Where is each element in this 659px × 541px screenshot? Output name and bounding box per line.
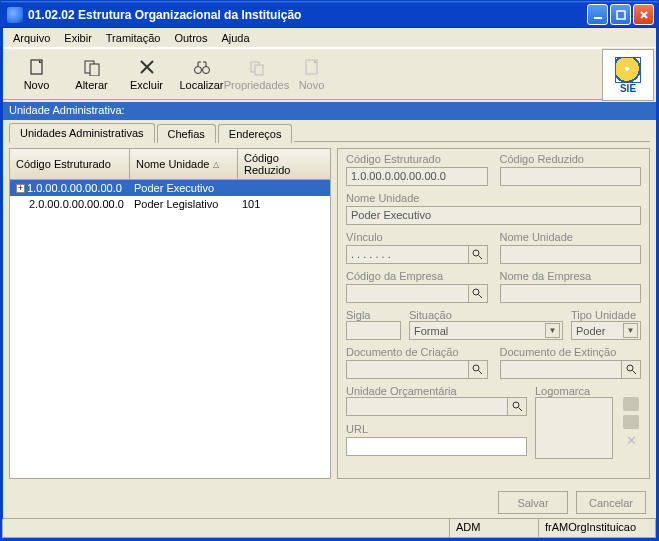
field-codigo-estruturado[interactable]: 1.0.00.0.00.00.00.0 [346, 167, 488, 186]
label-nome-unidade: Nome Unidade [346, 192, 641, 204]
field-unidade-orcamentaria[interactable] [346, 397, 508, 416]
col-codigo-reduzido[interactable]: Código Reduzido [238, 149, 330, 179]
search-icon [626, 364, 637, 375]
menu-tramitacao[interactable]: Tramitação [100, 30, 167, 46]
svg-point-6 [202, 67, 209, 74]
field-nome-unidade2[interactable] [500, 245, 642, 264]
toolbar-novo[interactable]: Novo [9, 50, 64, 98]
label-doc-extincao: Documento de Extinção [500, 346, 642, 358]
svg-point-12 [473, 365, 479, 371]
chevron-down-icon: ▼ [545, 323, 560, 338]
tab-chefias[interactable]: Chefias [157, 124, 216, 143]
lookup-doc-extincao-button[interactable] [621, 360, 641, 379]
svg-point-5 [194, 67, 201, 74]
label-codigo-empresa: Código da Empresa [346, 270, 488, 282]
svg-rect-1 [617, 11, 625, 19]
label-doc-criacao: Documento de Criação [346, 346, 488, 358]
col-nome-unidade[interactable]: Nome Unidade△ [130, 149, 238, 179]
svg-rect-8 [255, 65, 263, 75]
field-tipo-unidade[interactable]: Poder ▼ [571, 321, 641, 340]
lookup-empresa-button[interactable] [468, 284, 488, 303]
app-window: 01.02.02 Estrutura Organizacional da Ins… [0, 0, 659, 541]
lookup-doc-criacao-button[interactable] [468, 360, 488, 379]
field-doc-extincao[interactable] [500, 360, 623, 379]
toolbar-excluir[interactable]: Excluir [119, 50, 174, 98]
save-image-icon[interactable] [623, 415, 639, 429]
tabs: Unidades Administrativas Chefias Endereç… [3, 120, 656, 142]
maximize-button[interactable] [610, 4, 631, 25]
search-icon [472, 288, 483, 299]
label-nome-unidade2: Nome Unidade [500, 231, 642, 243]
toolbar-alterar[interactable]: Alterar [64, 50, 119, 98]
statusbar: ADM frAMOrgInstituicao [3, 518, 656, 538]
field-sigla[interactable] [346, 321, 401, 340]
section-header: Unidade Administrativa: [3, 102, 656, 120]
field-situacao[interactable]: Formal ▼ [409, 321, 563, 340]
field-codigo-empresa[interactable] [346, 284, 469, 303]
field-nome-empresa[interactable] [500, 284, 642, 303]
close-button[interactable] [633, 4, 654, 25]
svg-point-14 [513, 402, 519, 408]
open-image-icon[interactable] [623, 397, 639, 411]
label-logomarca: Logomarca [535, 385, 613, 397]
salvar-button[interactable]: Salvar [498, 491, 568, 514]
search-icon [472, 249, 483, 260]
svg-point-11 [473, 289, 479, 295]
field-codigo-reduzido[interactable] [500, 167, 642, 186]
label-codigo-reduzido: Código Reduzido [500, 153, 642, 165]
svg-point-10 [473, 250, 479, 256]
new-icon [302, 57, 322, 77]
logomarca-box [535, 397, 613, 459]
minimize-button[interactable] [587, 4, 608, 25]
label-url: URL [346, 423, 527, 438]
field-url[interactable] [346, 437, 527, 456]
field-nome-unidade[interactable]: Poder Executivo [346, 206, 641, 225]
menu-exibir[interactable]: Exibir [58, 30, 98, 46]
tab-unidades-administrativas[interactable]: Unidades Administrativas [9, 123, 155, 143]
properties-icon [247, 57, 267, 77]
titlebar: 01.02.02 Estrutura Organizacional da Ins… [1, 1, 658, 28]
spiral-icon [615, 57, 641, 83]
menu-arquivo[interactable]: Arquivo [7, 30, 56, 46]
label-sigla: Sigla [346, 309, 401, 321]
toolbar: Novo Alterar Excluir [3, 48, 602, 100]
tree-grid: Código Estruturado Nome Unidade△ Código … [9, 148, 331, 479]
status-user: ADM [449, 519, 539, 538]
grid-row[interactable]: 2.0.00.0.00.00.00.0 Poder Legislativo 10… [10, 196, 330, 212]
lookup-unidade-orcamentaria-button[interactable] [507, 397, 527, 416]
menubar: Arquivo Exibir Tramitação Outros Ajuda [3, 28, 656, 48]
cancelar-button[interactable]: Cancelar [576, 491, 646, 514]
field-vinculo[interactable]: . . . . . . . [346, 245, 469, 264]
label-situacao: Situação [409, 309, 563, 321]
tab-enderecos[interactable]: Endereços [218, 124, 293, 143]
clear-image-icon[interactable]: ✕ [623, 433, 639, 447]
svg-point-13 [627, 365, 633, 371]
label-unidade-orcamentaria: Unidade Orçamentária [346, 385, 527, 397]
lookup-vinculo-button[interactable] [468, 245, 488, 264]
grid-row[interactable]: + 1.0.00.0.00.00.00.0 Poder Executivo [10, 180, 330, 196]
search-icon [472, 364, 483, 375]
field-doc-criacao[interactable] [346, 360, 469, 379]
expand-icon[interactable]: + [16, 184, 25, 193]
label-nome-empresa: Nome da Empresa [500, 270, 642, 282]
status-form: frAMOrgInstituicao [538, 519, 656, 538]
sort-asc-icon: △ [213, 160, 219, 169]
grid-body[interactable]: + 1.0.00.0.00.00.00.0 Poder Executivo 2.… [10, 180, 330, 478]
detail-form: Código Estruturado Código Reduzido 1.0.0… [337, 148, 650, 479]
status-empty [2, 519, 450, 538]
search-icon [512, 401, 523, 412]
binoculars-icon [192, 57, 212, 77]
menu-outros[interactable]: Outros [168, 30, 213, 46]
toolbar-localizar[interactable]: Localizar [174, 50, 229, 98]
svg-rect-0 [594, 17, 602, 19]
col-codigo-estruturado[interactable]: Código Estruturado [10, 149, 130, 179]
menu-ajuda[interactable]: Ajuda [215, 30, 255, 46]
window-title: 01.02.02 Estrutura Organizacional da Ins… [28, 8, 587, 22]
app-icon [7, 7, 23, 23]
toolbar-novo2: Novo [284, 50, 339, 98]
app-logo: SIE [602, 49, 654, 101]
label-tipo-unidade: Tipo Unidade [571, 309, 641, 321]
label-codigo-estruturado: Código Estruturado [346, 153, 488, 165]
new-icon [27, 57, 47, 77]
footer-buttons: Salvar Cancelar [3, 485, 656, 518]
